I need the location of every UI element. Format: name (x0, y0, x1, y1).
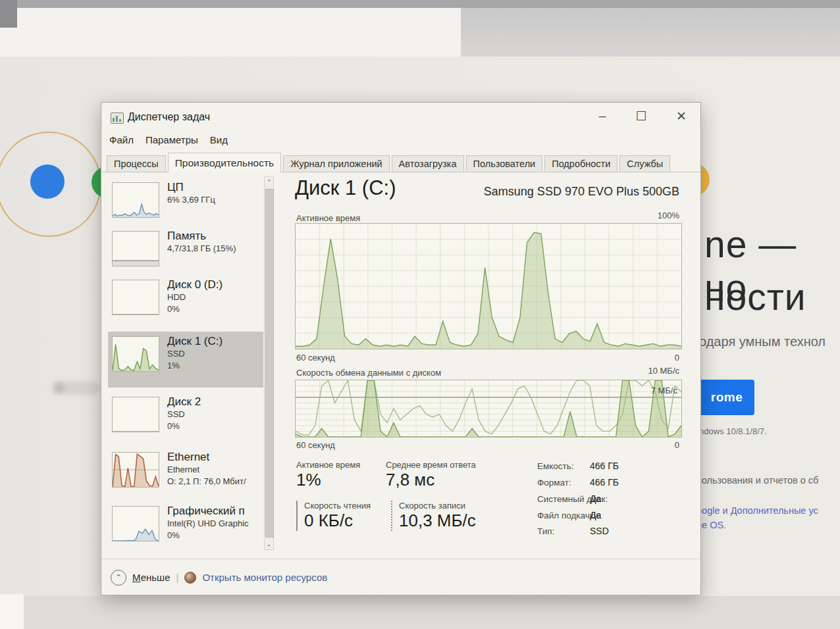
title-bar[interactable]: Диспетчер задач – ☐ ✕ (101, 103, 700, 133)
photo-edge-bottom-left (0, 594, 24, 629)
tab-services[interactable]: Службы (619, 155, 670, 172)
chrome-logo-blue-dot (30, 164, 65, 199)
stat-value: 1% (296, 470, 382, 490)
chart1-max-label: 100% (658, 211, 679, 220)
kv-capacity-value: 466 ГБ (590, 461, 619, 471)
chart1-min-label: 0 (675, 353, 679, 363)
resource-monitor-icon (184, 572, 196, 584)
kv-type-label: Тип: (537, 526, 554, 536)
chevron-up-icon[interactable]: ⌃ (111, 570, 126, 586)
kv-system-disk-value: Да (590, 493, 601, 504)
chart2-min-label: 0 (675, 440, 679, 450)
chart2-label: Скорость обмена данными с диском (296, 368, 441, 378)
scroll-down-icon[interactable]: ⌄ (265, 539, 273, 549)
menu-options[interactable]: Параметры (145, 134, 198, 145)
memory-mini-chart (112, 231, 159, 266)
photo-edge-top (0, 0, 840, 8)
stat-label: Среднее время ответа (386, 460, 504, 470)
sidebar-item-cpu[interactable]: ЦП 6% 3,69 ГГц (108, 178, 263, 225)
sidebar-item-sub: SSD (167, 348, 223, 360)
stat-value: 0 КБ/с (304, 511, 386, 531)
detail-title: Диск 1 (C:) (295, 176, 396, 200)
menu-file[interactable]: Файл (109, 134, 134, 145)
disk2-mini-chart (112, 397, 159, 432)
sidebar-item-title: Ethernet (167, 451, 246, 464)
tab-processes[interactable]: Процессы (107, 155, 166, 172)
stat-label: Скорость записи (399, 501, 511, 511)
sidebar-item-sub: SSD (167, 409, 201, 420)
kv-formatted-value: 466 ГБ (590, 477, 619, 488)
gpu-mini-chart (112, 506, 159, 541)
sidebar-item-sub2: 1% (167, 360, 223, 372)
stat-label: Скорость чтения (304, 501, 386, 511)
close-button[interactable]: ✕ (670, 106, 693, 126)
chart1-x-label: 60 секунд (296, 353, 335, 363)
stat-response-time: Среднее время ответа 7,8 мс (386, 460, 504, 490)
stat-value: 7,8 мс (386, 470, 504, 490)
minimize-button[interactable]: – (591, 106, 614, 126)
bg-link-line1[interactable]: oogle и Дополнительные ус (696, 505, 818, 516)
sidebar-item-sub: 6% 3,69 ГГц (167, 194, 215, 206)
kv-type-value: SSD (590, 526, 609, 536)
download-chrome-button[interactable]: rome (699, 380, 754, 415)
sidebar-item-title: Память (167, 230, 236, 243)
sidebar-item-disk1-selected[interactable]: Диск 1 (C:) SSD 1% (108, 332, 263, 388)
window-title: Диспетчер задач (128, 111, 210, 123)
sidebar-item-sub2: 0% (167, 420, 201, 432)
sidebar-item-title: Графический п (167, 505, 249, 518)
photo-of-screen: ne — но ности одаря умным технол rome nd… (0, 0, 840, 629)
photo-reflection-band (0, 8, 461, 57)
chart2-x-label: 60 секунд (296, 440, 335, 450)
tab-startup[interactable]: Автозагрузка (392, 155, 464, 172)
tab-users[interactable]: Пользователи (466, 155, 543, 172)
scrollbar-thumb[interactable] (265, 189, 274, 538)
sidebar-item-title: Диск 2 (167, 395, 201, 409)
transfer-rate-chart: 7 МБ/с (295, 380, 682, 438)
active-time-chart (295, 223, 682, 349)
tab-strip: Процессы Производительность Журнал прило… (101, 153, 700, 172)
detail-subtitle: Samsung SSD 970 EVO Plus 500GB (484, 185, 679, 199)
tab-details[interactable]: Подробности (544, 155, 617, 172)
maximize-icon: ☐ (635, 109, 646, 124)
sidebar-item-title: Диск 1 (C:) (167, 335, 223, 348)
sidebar-item-title: ЦП (167, 181, 215, 194)
bg-os-note: ndows 10/8.1/8/7. (699, 426, 767, 436)
sidebar-item-ethernet[interactable]: Ethernet Ethernet О: 2,1 П: 76,0 Мбит/ (108, 447, 263, 503)
bg-headline-line2: ности (704, 275, 806, 318)
chart2-ref-label: 7 МБ/с (651, 386, 677, 395)
task-manager-icon (111, 113, 124, 124)
chart2-max-label: 10 МБ/с (648, 366, 679, 376)
sidebar-scrollbar[interactable]: ⌃ ⌄ (264, 176, 274, 550)
stat-value: 10,3 МБ/с (399, 511, 511, 531)
sidebar-item-disk2[interactable]: Диск 2 SSD 0% (108, 392, 263, 447)
sidebar-item-memory[interactable]: Память 4,7/31,8 ГБ (15%) (108, 226, 263, 274)
sidebar-item-disk0[interactable]: Диск 0 (D:) HDD 0% (108, 275, 263, 330)
cpu-mini-chart (112, 182, 159, 218)
kv-formatted-label: Формат: (537, 478, 571, 488)
window-footer: ⌃ Меньше | Открыть монитор ресурсов (101, 559, 700, 595)
bg-subtitle: одаря умным технол (699, 334, 826, 349)
disk1-mini-chart (112, 336, 159, 372)
tab-app-history[interactable]: Журнал приложений (283, 155, 389, 172)
tab-performance[interactable]: Производительность (168, 153, 281, 172)
stat-read-speed: Скорость чтения 0 КБ/с (296, 501, 386, 531)
stat-write-speed: Скорость записи 10,3 МБ/с (391, 501, 511, 531)
maximize-button[interactable]: ☐ (630, 106, 652, 126)
sidebar-item-sub: HDD (167, 291, 223, 303)
menu-view[interactable]: Вид (210, 134, 228, 145)
bg-terms-text: пользования и отчетов о сб (696, 475, 818, 486)
chart1-label: Активное время (296, 213, 360, 223)
sidebar-item-sub2: 0% (167, 530, 249, 541)
sidebar-item-sub: 4,7/31,8 ГБ (15%) (167, 243, 236, 255)
footer-separator: | (176, 572, 179, 583)
ethernet-mini-chart (112, 452, 159, 488)
fewer-details-button[interactable]: Меньше (132, 572, 171, 583)
open-resource-monitor-link[interactable]: Открыть монитор ресурсов (202, 572, 327, 583)
task-manager-window: Диспетчер задач – ☐ ✕ Файл Параметры Вид… (101, 102, 701, 595)
stat-active-time: Активное время 1% (296, 460, 382, 490)
stat-label: Активное время (296, 460, 382, 470)
sidebar-item-sub2: О: 2,1 П: 76,0 Мбит/ (167, 476, 246, 488)
sidebar-item-gpu[interactable]: Графический п Intel(R) UHD Graphic 0% (108, 501, 263, 555)
scroll-up-icon[interactable]: ⌃ (265, 177, 273, 188)
kv-pagefile-value: Да (590, 510, 601, 520)
